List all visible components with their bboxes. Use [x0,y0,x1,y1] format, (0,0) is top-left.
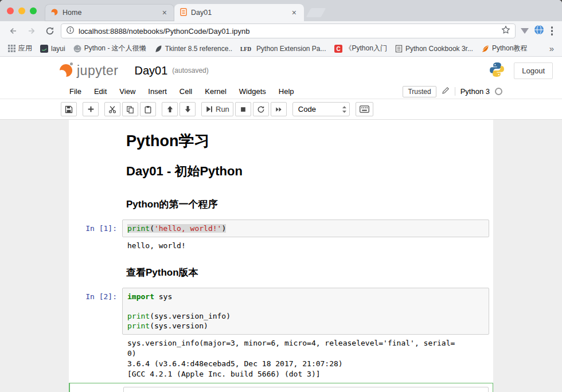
new-tab-button[interactable] [306,8,326,17]
tab-close-icon[interactable]: × [161,8,169,17]
code-editor[interactable]: import sys print(sys.version_info)print(… [122,288,489,335]
kernel-name: Python 3 [460,87,490,96]
tab-title: Home [63,9,157,17]
lfd-text-icon: LFD [240,45,253,52]
jupyter-planet-icon [60,64,72,77]
code-token: print [127,312,150,320]
reload-button[interactable] [42,23,57,38]
bookmark-item[interactable]: Python教程 [478,42,530,55]
menu-cell[interactable]: Cell [173,85,198,98]
run-cell-button[interactable]: Run [201,102,233,116]
cell-type-dropdown[interactable]: Code [292,102,350,116]
text-selection: print('hello, world!') [127,224,226,233]
jupyter-logo-text: jupyter [77,63,119,79]
menu-file[interactable]: File [63,85,88,98]
browser-window: Home × Day01 × localhost:8888/notebooks/… [0,0,562,392]
bookmark-item[interactable]: Tkinter 8.5 reference.. [151,43,236,54]
bookmark-item[interactable]: Python Cookbook 3r... [392,43,477,54]
trusted-badge[interactable]: Trusted [403,86,436,97]
bookmark-item[interactable]: 应用 [5,42,36,55]
address-bar[interactable]: localhost:8888/notebooks/PythonCode/Day0… [61,23,516,38]
bookmark-star-icon[interactable] [501,25,510,37]
code-editor[interactable]: print('hello, world!') [122,219,489,237]
move-cell-up-button[interactable] [162,102,178,116]
bookmarks-bar: 应用layuiPython - 这个人很懒Tkinter 8.5 referen… [0,41,562,57]
code-cell[interactable]: In [2]:import sys print(sys.version_info… [69,284,493,383]
output-prompt [69,338,122,379]
code-token: print [127,322,150,330]
bookmarks-overflow-chevron[interactable]: » [546,44,557,53]
back-button[interactable] [6,23,21,38]
url-text[interactable]: localhost:8888/notebooks/PythonCode/Day0… [79,27,497,36]
zoom-window-button[interactable] [30,7,37,14]
code-line: print(sys.version_info) [127,311,484,321]
code-line: import sys [127,292,484,301]
minimize-window-button[interactable] [18,7,25,14]
markdown-cell[interactable]: Day01 - 初始Python [69,158,493,186]
notebook-site: Python学习Day01 - 初始PythonPython的第一个程序In [… [0,120,562,392]
logout-button[interactable]: Logout [514,62,553,79]
paste-cell-button[interactable] [140,102,156,116]
red-c-icon: C [334,45,342,53]
code-cell[interactable]: In [ ]: [69,383,493,392]
jupyter-favicon-icon [50,8,58,18]
extension-triangle-icon[interactable] [521,28,529,34]
browser-menu-icon[interactable] [548,24,557,38]
move-cell-down-button[interactable] [179,102,196,116]
bookmark-label: 《Python入门 [345,44,387,53]
code-line: print(sys.version) [127,321,484,331]
code-token: 'hello, world!' [154,224,221,233]
bird-gray-icon [73,45,81,53]
book-lines-icon [395,45,403,53]
bookmark-label: Python Cookbook 3r... [405,45,473,53]
menu-help[interactable]: Help [272,85,300,98]
input-prompt: In [1]: [69,219,122,237]
tab-day01[interactable]: Day01 × [174,4,304,21]
code-token: print [127,224,150,233]
divider [455,87,455,96]
menu-view[interactable]: View [113,85,142,98]
insert-cell-button[interactable] [83,102,99,116]
jupyter-menubar: FileEditViewInsertCellKernelWidgetsHelp … [0,84,562,99]
interrupt-kernel-button[interactable] [235,102,251,116]
copy-cell-button[interactable] [122,102,138,116]
output-line: 0) [127,348,489,359]
heading-h3: Python的第一个程序 [126,198,489,211]
code-cell[interactable]: In [1]:print('hello, world!')hello, worl… [69,216,493,254]
feather-color-icon [481,45,489,53]
menu-widgets[interactable]: Widgets [233,85,272,98]
bookmark-item[interactable]: LFDPython Extension Pa... [237,43,329,54]
close-window-button[interactable] [7,7,14,14]
markdown-cell[interactable]: Python学习 [69,127,493,158]
forward-button[interactable] [24,23,39,38]
bookmark-item[interactable]: Python - 这个人很懒 [70,42,150,55]
jupyter-toolbar: Run Code [0,99,562,120]
cut-cell-button[interactable] [104,102,120,116]
page-info-icon[interactable] [66,26,75,37]
extension-globe-icon[interactable] [534,25,544,37]
bookmark-item[interactable]: layui [37,43,69,54]
markdown-cell[interactable]: Python的第一个程序 [69,186,493,216]
restart-run-all-button[interactable] [271,102,287,116]
markdown-cell[interactable]: 查看Python版本 [69,254,493,284]
menu-kernel[interactable]: Kernel [198,85,233,98]
code-editor[interactable] [123,387,489,392]
restart-kernel-button[interactable] [253,102,269,116]
code-input-row: In [2]:import sys print(sys.version_info… [69,288,489,335]
bookmark-label: Python Extension Pa... [256,45,326,53]
command-palette-button[interactable] [356,102,373,116]
code-input-row: In [ ]: [70,387,489,392]
output-line: 3.6.4 (v3.6.4:d48ecebad5, Dec 18 2017, 2… [127,359,489,369]
apps-grid-icon [8,45,15,52]
bookmark-item[interactable]: C《Python入门 [331,42,391,55]
menu-edit[interactable]: Edit [88,85,113,98]
tab-close-icon[interactable]: × [290,8,298,17]
notebook-title[interactable]: Day01 [135,64,168,77]
output-area: sys.version_info(major=3, minor=6, micro… [69,335,489,379]
jupyter-logo[interactable]: jupyter [60,63,119,79]
tab-home[interactable]: Home × [45,4,174,21]
bookmark-label: Python教程 [492,44,527,53]
menu-insert[interactable]: Insert [142,85,173,98]
code-token: (sys.version) [150,322,208,330]
save-button[interactable] [61,102,77,116]
